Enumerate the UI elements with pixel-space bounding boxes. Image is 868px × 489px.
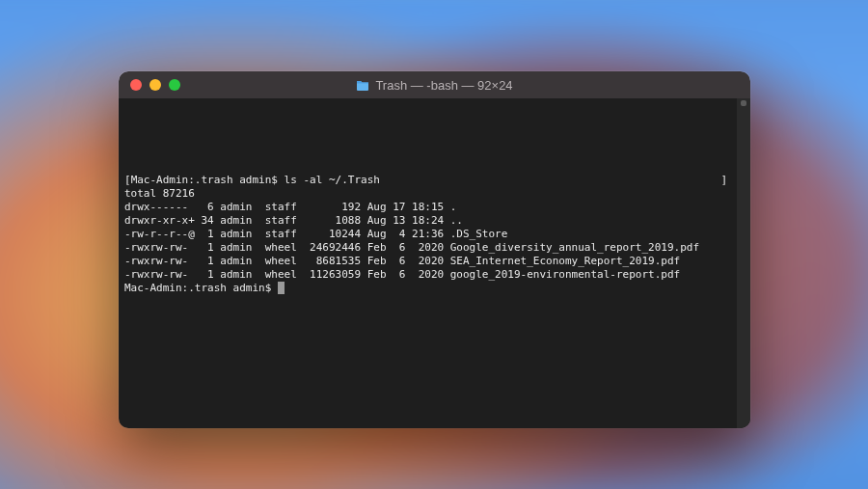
- prompt-line-2: Mac-Admin:.trash admin$: [124, 282, 745, 295]
- minimize-button[interactable]: [149, 79, 161, 91]
- ls-row: -rwxrw-rw- 1 admin wheel 24692446 Feb 6 …: [124, 241, 745, 255]
- ls-row: drwx------ 6 admin staff 192 Aug 17 18:1…: [124, 201, 745, 214]
- ls-row: drwxr-xr-x+ 34 admin staff 1088 Aug 13 1…: [124, 214, 745, 228]
- total-line: total 87216: [124, 187, 745, 201]
- cursor: [278, 282, 285, 294]
- close-button[interactable]: [130, 79, 142, 91]
- traffic-lights: [119, 79, 180, 91]
- command-text: ls -al ~/.Trash: [285, 174, 380, 186]
- ls-row: -rwxrw-rw- 1 admin wheel 11263059 Feb 6 …: [124, 268, 745, 282]
- maximize-button[interactable]: [169, 79, 180, 91]
- terminal-body[interactable]: [Mac-Admin:.trash admin$ ls -al ~/.Trash…: [119, 98, 750, 428]
- terminal-output: [Mac-Admin:.trash admin$ ls -al ~/.Trash…: [124, 143, 745, 295]
- folder-icon: [356, 80, 369, 91]
- scrollbar[interactable]: [737, 98, 750, 428]
- scrollbar-thumb[interactable]: [741, 100, 746, 106]
- window-titlebar[interactable]: Trash — -bash — 92×24: [119, 71, 750, 98]
- terminal-window: Trash — -bash — 92×24 [Mac-Admin:.trash …: [119, 71, 750, 428]
- window-title: Trash — -bash — 92×24: [119, 78, 750, 93]
- window-title-text: Trash — -bash — 92×24: [375, 78, 512, 93]
- prompt-line: [Mac-Admin:.trash admin$ ls -al ~/.Trash…: [124, 174, 745, 187]
- ls-row: -rwxrw-rw- 1 admin wheel 8681535 Feb 6 2…: [124, 255, 745, 268]
- ls-row: -rw-r--r--@ 1 admin staff 10244 Aug 4 21…: [124, 228, 745, 241]
